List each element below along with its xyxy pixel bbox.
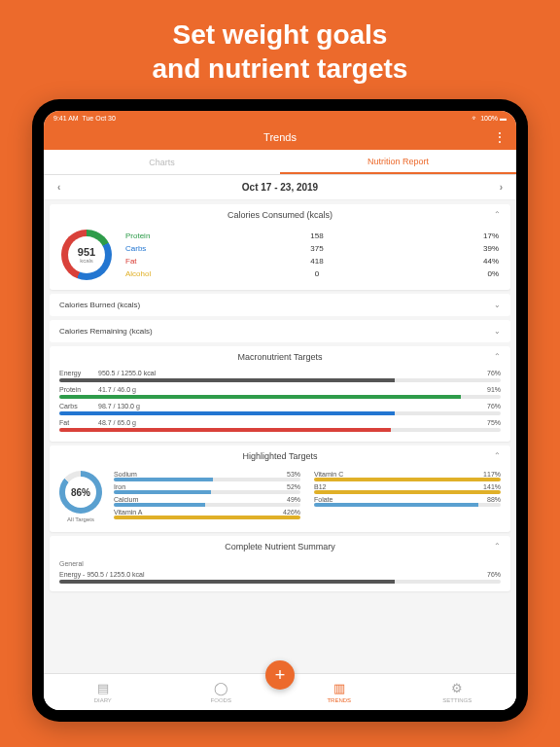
highlighted-item: Vitamin A426% — [114, 509, 300, 519]
chevron-down-icon: ⌄ — [494, 327, 501, 336]
legend-row: Fat41844% — [125, 255, 499, 267]
macro-row: Carbs98.7 / 130.0 g76% — [59, 401, 501, 417]
macronutrient-targets-card: Macronutrient Targets⌃ Energy950.5 / 125… — [50, 346, 510, 442]
macro-row: Protein41.7 / 46.0 g91% — [59, 384, 501, 401]
calories-consumed-card: Calories Consumed (kcals)⌃ 951kcals Prot… — [50, 204, 510, 290]
collapsed-section[interactable]: Calories Burned (kcals)⌄ — [50, 294, 510, 316]
nav-bar: Trends ⋮ — [44, 124, 516, 150]
calories-consumed-header[interactable]: Calories Consumed (kcals)⌃ — [50, 204, 510, 226]
foods-icon: ◯ — [214, 681, 228, 695]
chevron-up-icon: ⌃ — [494, 210, 501, 219]
date-range-row: ‹ Oct 17 - 23, 2019 › — [44, 175, 516, 200]
settings-icon: ⚙ — [451, 681, 463, 695]
tablet-frame: 9:41 AM Tue Oct 30 ᯤ 100% ▬ Trends ⋮ Cha… — [32, 99, 528, 722]
complete-nutrient-summary-card: Complete Nutrient Summary⌃ General Energ… — [50, 536, 510, 591]
summary-row: Energy - 950.5 / 1255.0 kcal76% — [59, 569, 501, 586]
nav-title: Trends — [263, 131, 297, 143]
chevron-down-icon: ⌄ — [494, 301, 501, 309]
legend-row: Alcohol00% — [125, 267, 499, 280]
highlighted-item: Vitamin C117% — [314, 471, 501, 481]
calories-legend: Protein15817%Carbs37539%Fat41844%Alcohol… — [125, 230, 499, 280]
tab-charts[interactable]: Charts — [44, 150, 280, 174]
legend-row: Carbs37539% — [125, 242, 499, 255]
menu-icon[interactable]: ⋮ — [493, 129, 507, 145]
highlighted-item: Folate88% — [314, 496, 501, 507]
diary-icon: ▤ — [97, 681, 109, 695]
date-prev-icon[interactable]: ‹ — [57, 182, 60, 193]
macro-row: Energy950.5 / 1255.0 kcal76% — [59, 368, 501, 384]
date-next-icon[interactable]: › — [500, 182, 503, 193]
macro-row: Fat48.7 / 65.0 g75% — [59, 417, 501, 434]
tab-nutrition-report[interactable]: Nutrition Report — [280, 150, 516, 174]
summary-section-label: General — [59, 557, 501, 569]
trends-icon: ▥ — [333, 681, 345, 695]
scroll-content[interactable]: Calories Consumed (kcals)⌃ 951kcals Prot… — [44, 200, 516, 673]
tablet-screen: 9:41 AM Tue Oct 30 ᯤ 100% ▬ Trends ⋮ Cha… — [44, 111, 516, 710]
segmented-control: Charts Nutrition Report — [44, 150, 516, 175]
collapsed-section[interactable]: Calories Remaining (kcals)⌄ — [50, 320, 510, 342]
macro-header[interactable]: Macronutrient Targets⌃ — [50, 346, 510, 368]
all-targets-donut: 86% All Targets — [59, 471, 102, 522]
highlighted-header[interactable]: Highlighted Targets⌃ — [50, 445, 510, 467]
status-bar: 9:41 AM Tue Oct 30 ᯤ 100% ▬ — [44, 111, 516, 124]
tab-settings[interactable]: ⚙SETTINGS — [399, 674, 517, 710]
tab-foods[interactable]: ◯FOODS — [162, 674, 281, 710]
chevron-up-icon: ⌃ — [494, 542, 501, 551]
tab-bar: + ▤DIARY ◯FOODS ▥TRENDS ⚙SETTINGS — [44, 673, 516, 710]
tab-trends[interactable]: ▥TRENDS — [280, 674, 399, 710]
highlighted-item: Sodium53% — [114, 471, 300, 481]
highlighted-targets-card: Highlighted Targets⌃ 86% All Targets Sod… — [50, 445, 510, 532]
chevron-up-icon: ⌃ — [494, 451, 501, 460]
summary-header[interactable]: Complete Nutrient Summary⌃ — [50, 536, 510, 557]
legend-row: Protein15817% — [125, 230, 499, 242]
add-button[interactable]: + — [265, 660, 295, 690]
tab-diary[interactable]: ▤DIARY — [44, 674, 162, 710]
highlighted-item: Iron52% — [114, 483, 300, 494]
highlighted-item: Calcium49% — [114, 496, 300, 507]
date-range-label[interactable]: Oct 17 - 23, 2019 — [242, 182, 318, 193]
marketing-headline: Set weight goalsand nutrient targets — [133, 0, 428, 99]
highlighted-item: B12141% — [314, 483, 501, 494]
chevron-up-icon: ⌃ — [494, 352, 501, 361]
calories-donut-chart: 951kcals — [61, 230, 112, 280]
